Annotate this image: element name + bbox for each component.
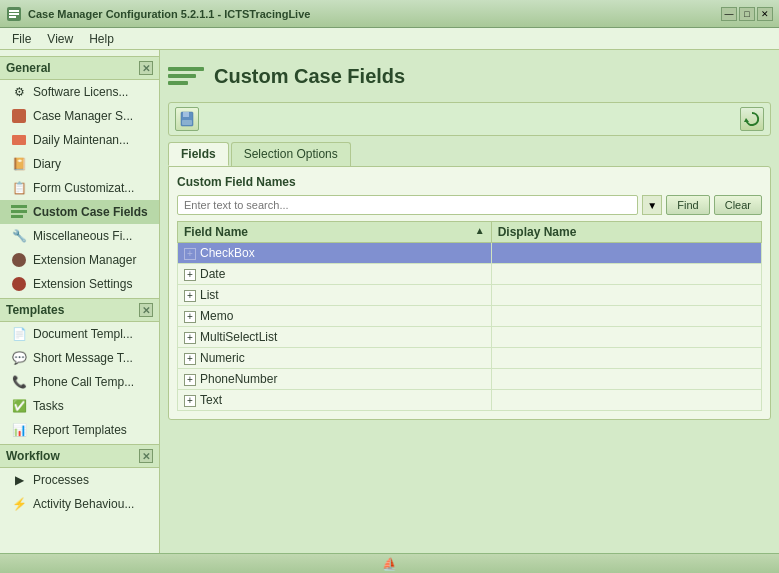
sidebar-general-label: General xyxy=(6,61,51,75)
sidebar-item-processes[interactable]: ▶ Processes xyxy=(0,468,159,492)
sidebar-item-daily-maintenance[interactable]: Daily Maintenan... xyxy=(0,128,159,152)
field-name-text: Text xyxy=(200,393,222,407)
table-row[interactable]: +MultiSelectList xyxy=(178,327,762,348)
menu-view[interactable]: View xyxy=(39,30,81,48)
sidebar-item-label: Software Licens... xyxy=(33,85,128,99)
expand-icon[interactable]: + xyxy=(184,374,196,386)
svg-rect-6 xyxy=(11,215,23,218)
field-name-text: List xyxy=(200,288,219,302)
sidebar-item-form-customization[interactable]: 📋 Form Customizat... xyxy=(0,176,159,200)
expand-icon[interactable]: + xyxy=(184,395,196,407)
cell-field-name: +PhoneNumber xyxy=(178,369,492,390)
cell-display-name xyxy=(491,327,761,348)
expand-icon[interactable]: + xyxy=(184,269,196,281)
tab-fields[interactable]: Fields xyxy=(168,142,229,166)
close-button[interactable]: ✕ xyxy=(757,7,773,21)
sidebar-item-label: Miscellaneous Fi... xyxy=(33,229,132,243)
table-row[interactable]: +Memo xyxy=(178,306,762,327)
templates-collapse-btn[interactable]: ✕ xyxy=(139,303,153,317)
processes-icon: ▶ xyxy=(10,471,28,489)
search-row: ▼ Find Clear xyxy=(177,195,762,215)
bottom-bar: ⛵ xyxy=(0,553,779,573)
table-row[interactable]: +Numeric xyxy=(178,348,762,369)
cell-display-name xyxy=(491,306,761,327)
sidebar-section-general: General ✕ xyxy=(0,56,159,80)
field-name-text: Numeric xyxy=(200,351,245,365)
refresh-button[interactable] xyxy=(740,107,764,131)
table-row[interactable]: +PhoneNumber xyxy=(178,369,762,390)
sidebar-item-label: Report Templates xyxy=(33,423,127,437)
sidebar-item-label: Daily Maintenan... xyxy=(33,133,129,147)
window-controls: — □ ✕ xyxy=(721,7,773,21)
clear-button[interactable]: Clear xyxy=(714,195,762,215)
expand-icon[interactable]: + xyxy=(184,311,196,323)
activity-icon: ⚡ xyxy=(10,495,28,513)
gear-icon: ⚙ xyxy=(10,83,28,101)
table-row[interactable]: +Text xyxy=(178,390,762,411)
report-icon: 📊 xyxy=(10,421,28,439)
sidebar-item-software-license[interactable]: ⚙ Software Licens... xyxy=(0,80,159,104)
expand-icon[interactable]: + xyxy=(184,353,196,365)
sidebar-item-label: Processes xyxy=(33,473,89,487)
sidebar-item-diary[interactable]: 📔 Diary xyxy=(0,152,159,176)
table-row[interactable]: +Date xyxy=(178,264,762,285)
svg-rect-2 xyxy=(9,13,19,15)
column-display-name: Display Name xyxy=(491,222,761,243)
sidebar-item-short-message[interactable]: 💬 Short Message T... xyxy=(0,346,159,370)
search-dropdown-arrow[interactable]: ▼ xyxy=(642,195,662,215)
sidebar-item-case-manager[interactable]: Case Manager S... xyxy=(0,104,159,128)
expand-icon[interactable]: + xyxy=(184,248,196,260)
field-name-text: Memo xyxy=(200,309,233,323)
sidebar-item-miscellaneous[interactable]: 🔧 Miscellaneous Fi... xyxy=(0,224,159,248)
table-row[interactable]: +List xyxy=(178,285,762,306)
tab-selection-options[interactable]: Selection Options xyxy=(231,142,351,166)
table-header-row: Field Name ▲ Display Name xyxy=(178,222,762,243)
workflow-collapse-btn[interactable]: ✕ xyxy=(139,449,153,463)
menu-help[interactable]: Help xyxy=(81,30,122,48)
sidebar: General ✕ ⚙ Software Licens... Case Mana… xyxy=(0,50,160,553)
sort-icon[interactable]: ▲ xyxy=(475,225,485,236)
field-name-text: CheckBox xyxy=(200,246,255,260)
svg-rect-5 xyxy=(11,210,27,213)
cell-field-name: +Numeric xyxy=(178,348,492,369)
svg-rect-4 xyxy=(11,205,27,208)
tab-bar: Fields Selection Options xyxy=(168,142,771,166)
minimize-button[interactable]: — xyxy=(721,7,737,21)
sidebar-item-extension-settings[interactable]: Extension Settings xyxy=(0,272,159,296)
cell-field-name: +MultiSelectList xyxy=(178,327,492,348)
app-icon xyxy=(6,6,22,22)
sidebar-item-label: Case Manager S... xyxy=(33,109,133,123)
boat-icon: ⛵ xyxy=(382,557,397,571)
sidebar-item-report-templates[interactable]: 📊 Report Templates xyxy=(0,418,159,442)
sidebar-item-label: Phone Call Temp... xyxy=(33,375,134,389)
sidebar-item-tasks[interactable]: ✅ Tasks xyxy=(0,394,159,418)
misc-icon: 🔧 xyxy=(10,227,28,245)
cell-field-name: +List xyxy=(178,285,492,306)
window-title: Case Manager Configuration 5.2.1.1 - ICT… xyxy=(28,8,721,20)
sidebar-item-document-templates[interactable]: 📄 Document Templ... xyxy=(0,322,159,346)
sidebar-item-label: Custom Case Fields xyxy=(33,205,148,219)
title-bar: Case Manager Configuration 5.2.1.1 - ICT… xyxy=(0,0,779,28)
sidebar-item-phone-call[interactable]: 📞 Phone Call Temp... xyxy=(0,370,159,394)
sidebar-item-custom-case-fields[interactable]: Custom Case Fields xyxy=(0,200,159,224)
cell-field-name: +CheckBox xyxy=(178,243,492,264)
table-row[interactable]: +CheckBox xyxy=(178,243,762,264)
sidebar-item-extension-manager[interactable]: Extension Manager xyxy=(0,248,159,272)
svg-rect-1 xyxy=(9,10,19,12)
panel-section-title: Custom Field Names xyxy=(177,175,762,189)
general-collapse-btn[interactable]: ✕ xyxy=(139,61,153,75)
maximize-button[interactable]: □ xyxy=(739,7,755,21)
find-button[interactable]: Find xyxy=(666,195,709,215)
document-icon: 📄 xyxy=(10,325,28,343)
expand-icon[interactable]: + xyxy=(184,290,196,302)
search-input[interactable] xyxy=(177,195,638,215)
sidebar-item-activity-behaviours[interactable]: ⚡ Activity Behaviou... xyxy=(0,492,159,516)
svg-rect-9 xyxy=(182,120,192,125)
menu-file[interactable]: File xyxy=(4,30,39,48)
cell-display-name xyxy=(491,390,761,411)
expand-icon[interactable]: + xyxy=(184,332,196,344)
svg-rect-3 xyxy=(9,16,16,18)
svg-rect-8 xyxy=(183,112,189,117)
cell-display-name xyxy=(491,285,761,306)
save-button[interactable] xyxy=(175,107,199,131)
